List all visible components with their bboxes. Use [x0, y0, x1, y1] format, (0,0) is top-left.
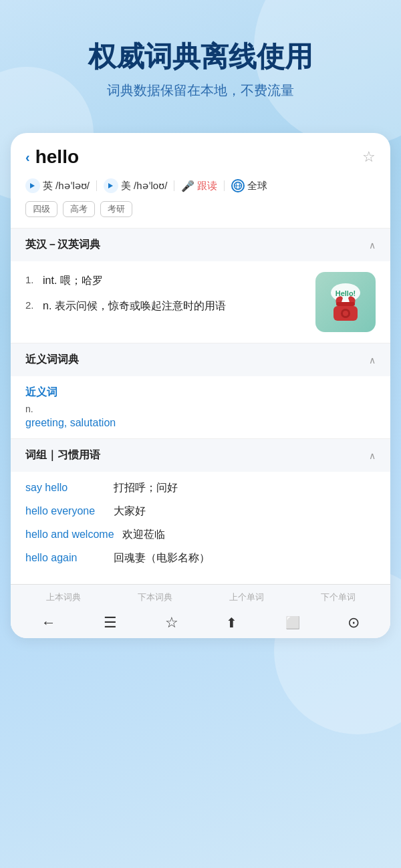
definition-area: 1. int. 喂；哈罗 2. n. 表示问候，惊奇或唤起注意时的用语 Hell… — [11, 261, 390, 343]
dictionary-card: ‹ hello ☆ 英 /həˈləʊ/ 美 /həˈloʊ/ — [11, 133, 390, 638]
audio-icon-us[interactable] — [104, 178, 118, 193]
header-section: 权威词典离线使用 词典数据保留在本地，不费流量 — [0, 0, 401, 120]
chevron-up-icon-phrase: ∧ — [369, 450, 376, 461]
synonym-section: 近义词 n. greeting, salutation — [11, 376, 390, 438]
hello-illustration: Hello! — [315, 272, 376, 332]
nav-prev-word[interactable]: 上个单词 — [229, 591, 264, 603]
tag-gaokao: 高考 — [63, 201, 95, 217]
nav-footer: 上本词典 下本词典 上个单词 下个单词 ← ☰ ☆ ⬆ ⬜ ⊙ — [11, 584, 390, 638]
phonetic-separator-3 — [224, 180, 225, 191]
word-title: hello — [35, 146, 79, 168]
phrase-word-4[interactable]: hello again — [25, 552, 106, 564]
british-symbol: /həˈləʊ/ — [55, 180, 90, 192]
definition-1: 1. int. 喂；哈罗 — [25, 272, 307, 289]
nav-prev-dict[interactable]: 上本词典 — [46, 591, 81, 603]
tag-cet4: 四级 — [25, 201, 57, 217]
def-content-1: int. 喂；哈罗 — [43, 272, 103, 289]
chevron-up-icon-synonym: ∧ — [369, 355, 376, 366]
back-icon[interactable]: ‹ — [25, 150, 30, 165]
nav-more-button[interactable]: ⊙ — [348, 614, 360, 631]
american-region: 美 — [121, 180, 131, 192]
nav-next-dict[interactable]: 下本词典 — [138, 591, 172, 603]
american-symbol: /həˈloʊ/ — [134, 180, 167, 192]
back-arrow-icon: ← — [41, 614, 56, 631]
phrase-item-1: say hello 打招呼；问好 — [25, 481, 376, 495]
star-outline-icon: ☆ — [165, 614, 178, 631]
american-phonetic: 美 /həˈloʊ/ — [104, 178, 167, 193]
follow-read-item[interactable]: 🎤 跟读 — [181, 180, 217, 192]
section-phrase-header[interactable]: 词组｜习惯用语 ∧ — [11, 438, 390, 472]
section-synonym-header[interactable]: 近义词词典 ∧ — [11, 343, 390, 376]
follow-read-label: 跟读 — [197, 180, 217, 192]
menu-list-icon: ☰ — [104, 614, 117, 631]
window-icon: ⬜ — [285, 615, 300, 630]
svg-point-11 — [343, 311, 348, 316]
phrase-section: say hello 打招呼；问好 hello everyone 大家好 hell… — [11, 472, 390, 584]
def-content-2: n. 表示问候，惊奇或唤起注意时的用语 — [43, 297, 226, 315]
phrase-meaning-1: 打招呼；问好 — [114, 481, 178, 495]
global-item[interactable]: 全球 — [231, 179, 267, 192]
phrase-meaning-3: 欢迎莅临 — [122, 528, 165, 542]
phonetic-separator — [96, 180, 97, 191]
global-icon — [231, 179, 245, 192]
phrase-item-4: hello again 回魂妻（电影名称） — [25, 551, 376, 565]
tag-postgrad: 考研 — [100, 201, 132, 217]
phrase-word-1[interactable]: say hello — [25, 482, 106, 494]
bookmark-star-icon[interactable]: ☆ — [362, 148, 376, 166]
synonym-words: greeting, salutation — [25, 417, 376, 429]
phrase-item-2: hello everyone 大家好 — [25, 504, 376, 519]
svg-marker-0 — [30, 183, 35, 188]
phrase-meaning-4: 回魂妻（电影名称） — [114, 551, 210, 565]
sub-title: 词典数据保留在本地，不费流量 — [20, 82, 381, 100]
nav-sub-bar: 上本词典 下本词典 上个单词 下个单词 — [17, 589, 384, 609]
nav-share-button[interactable]: ⬆ — [226, 615, 237, 631]
phonetic-row: 英 /həˈləʊ/ 美 /həˈloʊ/ 🎤 跟读 — [11, 174, 390, 198]
synonym-label: 近义词 — [25, 386, 376, 400]
phrase-item-3: hello and welcome 欢迎莅临 — [25, 528, 376, 542]
microphone-icon: 🎤 — [181, 180, 194, 192]
phrase-word-3[interactable]: hello and welcome — [25, 529, 114, 541]
synonym-type: n. — [25, 404, 376, 414]
section-bilingual-title: 英汉－汉英词典 — [25, 238, 100, 252]
svg-marker-1 — [108, 183, 113, 188]
tags-row: 四级 高考 考研 — [11, 198, 390, 228]
nav-star-button[interactable]: ☆ — [165, 614, 178, 631]
word-left: ‹ hello — [25, 146, 79, 168]
british-phonetic: 英 /həˈləʊ/ — [25, 178, 90, 193]
def-num-1: 1. — [25, 272, 37, 289]
definition-text-block: 1. int. 喂；哈罗 2. n. 表示问候，惊奇或唤起注意时的用语 — [25, 272, 307, 332]
main-title: 权威词典离线使用 — [20, 40, 381, 74]
global-label: 全球 — [247, 180, 267, 192]
phonetic-separator-2 — [174, 180, 174, 191]
share-up-icon: ⬆ — [226, 615, 237, 631]
nav-menu-button[interactable]: ☰ — [104, 614, 117, 631]
def-num-2: 2. — [25, 297, 37, 315]
svg-rect-9 — [336, 302, 355, 306]
phrase-word-2[interactable]: hello everyone — [25, 505, 106, 517]
nav-main-bar: ← ☰ ☆ ⬆ ⬜ ⊙ — [17, 609, 384, 635]
nav-window-button[interactable]: ⬜ — [285, 615, 300, 630]
word-header: ‹ hello ☆ — [11, 133, 390, 174]
chevron-up-icon-dict: ∧ — [369, 240, 376, 251]
section-phrase-title: 词组｜习惯用语 — [25, 448, 100, 462]
section-bilingual-header[interactable]: 英汉－汉英词典 ∧ — [11, 228, 390, 261]
nav-next-word[interactable]: 下个单词 — [321, 591, 356, 603]
british-region: 英 — [43, 180, 53, 192]
nav-back-button[interactable]: ← — [41, 614, 56, 631]
audio-icon-uk[interactable] — [25, 178, 40, 193]
svg-text:Hello!: Hello! — [336, 289, 356, 297]
section-synonym-title: 近义词词典 — [25, 353, 79, 367]
phrase-meaning-2: 大家好 — [114, 504, 146, 519]
more-dots-icon: ⊙ — [348, 614, 360, 631]
definition-2: 2. n. 表示问候，惊奇或唤起注意时的用语 — [25, 297, 307, 315]
